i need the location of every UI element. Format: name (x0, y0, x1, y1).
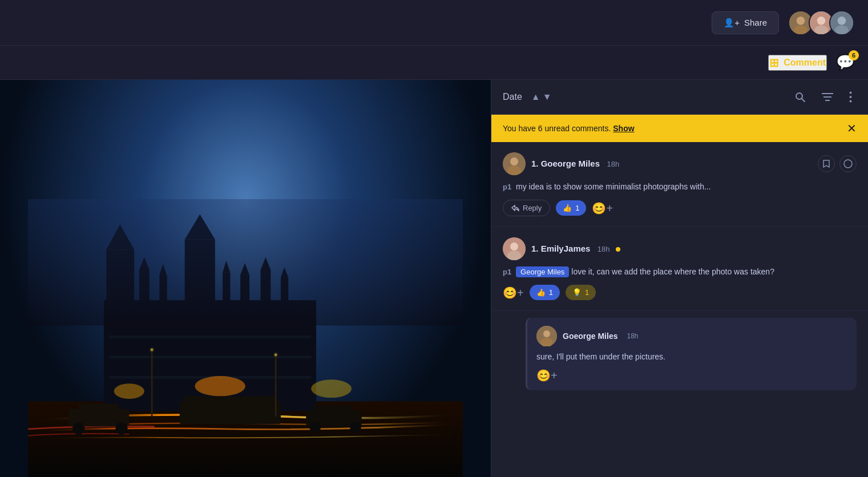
svg-rect-38 (185, 396, 276, 406)
comment-footer-2: 😊+ 👍 1 💡 1 (503, 285, 857, 300)
emoji-add-icon: 😊+ (592, 201, 613, 215)
svg-point-4 (817, 17, 826, 25)
bulb-icon: 💡 (572, 288, 582, 297)
notification-message: You have 6 unread comments. (503, 124, 611, 133)
emoji-button-1[interactable]: 😊+ (592, 201, 613, 215)
emoji-add-icon-nested: 😊+ (536, 369, 558, 382)
svg-point-59 (844, 160, 852, 168)
resolve-icon (843, 159, 853, 168)
close-notification-button[interactable]: ✕ (847, 122, 857, 135)
svg-point-35 (72, 422, 84, 434)
page-ref-2: p1 (503, 268, 511, 276)
comment-button[interactable]: ⊞ Comment (768, 55, 827, 71)
chat-badge-wrap[interactable]: 💬 6 (836, 54, 854, 71)
like-button-2[interactable]: 👍 1 (530, 285, 560, 300)
emoji-add-icon-2: 😊+ (503, 286, 524, 300)
sort-down-arrow[interactable]: ▼ (543, 92, 552, 102)
image-panel (0, 80, 491, 477)
comment-time-2: 18h (597, 245, 610, 253)
online-indicator (616, 247, 620, 252)
comment-meta-2: 1. EmilyJames 18h (531, 244, 857, 254)
comment-author-1: 1. Goeorge Miles (531, 159, 600, 168)
svg-point-8 (835, 25, 849, 34)
more-options-button[interactable] (845, 89, 857, 105)
comment-item-2: 1. EmilyJames 18h p1 George Miles love i… (491, 227, 868, 311)
avatar-group (788, 10, 854, 35)
nested-time: 18h (627, 332, 638, 340)
comment-body-1: my idea is to show some minimalist photo… (516, 182, 711, 191)
city-image (0, 80, 491, 477)
comment-bookmark-button[interactable] (818, 155, 835, 172)
show-link[interactable]: Show (613, 124, 634, 133)
like-button-1[interactable]: 👍 1 (556, 200, 586, 216)
comment-actions-right-1 (818, 155, 857, 172)
nested-author: Goeorge Miles (563, 332, 617, 341)
comments-list: 1. Goeorge Miles 18h (491, 142, 868, 477)
comment-text-2: p1 George Miles love it, can we add the … (503, 266, 857, 278)
nested-avatar (536, 326, 557, 346)
svg-point-5 (814, 25, 828, 34)
reply-button-1[interactable]: Reply (503, 200, 550, 216)
comment-meta-1: 1. Goeorge Miles 18h (531, 159, 812, 169)
svg-point-42 (350, 422, 361, 432)
page-ref-1: p1 (503, 183, 511, 191)
bulb-count: 1 (585, 288, 589, 297)
comment-header-2: 1. EmilyJames 18h (503, 237, 857, 260)
share-icon: 👤+ (724, 18, 740, 28)
comment-resolve-button[interactable] (839, 155, 857, 172)
comment-text-1: p1 my idea is to show some minimalist ph… (503, 181, 857, 193)
svg-line-49 (802, 99, 805, 102)
comment-header-1: 1. Goeorge Miles 18h (503, 152, 857, 175)
svg-point-30 (114, 383, 144, 399)
svg-point-54 (850, 96, 852, 98)
notification-bar: You have 6 unread comments. Show ✕ (491, 115, 868, 142)
svg-point-7 (838, 17, 846, 25)
reply-label-1: Reply (523, 204, 542, 212)
sort-label: Date (503, 92, 522, 102)
svg-point-41 (309, 422, 320, 432)
nested-comment: Goeorge Miles 18h sure, I'll put them un… (526, 318, 857, 390)
top-bar: 👤+ Share (0, 0, 868, 46)
thumbs-up-icon-2: 👍 (536, 288, 546, 297)
more-icon (849, 91, 852, 103)
avatar-3[interactable] (829, 10, 854, 35)
mention-tag[interactable]: George Miles (516, 266, 569, 277)
sort-up-arrow[interactable]: ▲ (531, 92, 540, 102)
thumbs-up-icon: 👍 (563, 204, 572, 212)
svg-rect-27 (109, 335, 311, 338)
avatar-emily-james (503, 237, 526, 260)
svg-point-32 (311, 379, 352, 398)
svg-point-55 (850, 100, 852, 103)
search-icon (794, 91, 806, 103)
second-bar: ⊞ Comment 💬 6 (0, 46, 868, 80)
buildings-svg (0, 199, 491, 477)
svg-point-64 (543, 330, 550, 337)
svg-rect-34 (79, 404, 119, 414)
share-button[interactable]: 👤+ Share (712, 11, 779, 34)
filter-icon (822, 92, 833, 102)
svg-point-61 (510, 242, 518, 250)
svg-point-57 (510, 157, 518, 165)
main-content: Date ▲ ▼ (0, 80, 868, 477)
share-label: Share (744, 18, 767, 27)
emoji-button-2[interactable]: 😊+ (503, 286, 524, 300)
like-count-1: 1 (575, 204, 579, 212)
svg-point-47 (273, 351, 279, 358)
sort-arrows: ▲ ▼ (531, 92, 552, 102)
filter-button[interactable] (817, 90, 838, 104)
svg-rect-40 (314, 405, 352, 414)
reply-icon (511, 205, 519, 212)
bulb-button[interactable]: 💡 1 (566, 285, 596, 300)
comment-label: Comment (784, 58, 826, 68)
emoji-button-nested[interactable]: 😊+ (536, 369, 558, 382)
comment-icon: ⊞ (769, 56, 779, 70)
comment-time-1: 18h (607, 160, 620, 168)
svg-rect-43 (28, 199, 463, 325)
comments-header: Date ▲ ▼ (491, 80, 868, 115)
comments-panel: Date ▲ ▼ (491, 80, 868, 477)
comment-item: 1. Goeorge Miles 18h (491, 142, 868, 227)
svg-point-45 (149, 346, 155, 353)
bookmark-icon (822, 159, 830, 168)
search-button[interactable] (790, 89, 810, 105)
svg-point-2 (794, 25, 808, 34)
